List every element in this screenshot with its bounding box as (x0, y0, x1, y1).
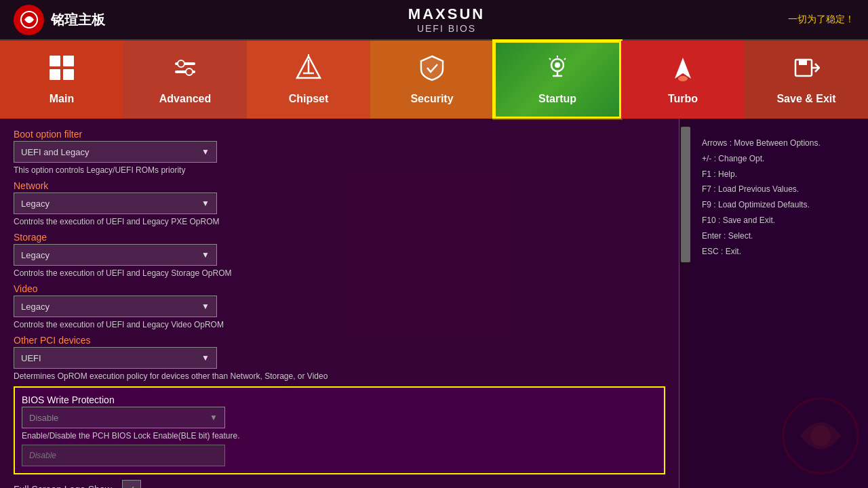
video-desc: Controls the execution of UEFI and Legac… (14, 320, 665, 329)
startup-icon (544, 54, 571, 87)
maxsun-label: MAXSUN (105, 5, 788, 23)
tab-main-label: Main (50, 93, 74, 105)
video-arrow: ▼ (201, 302, 210, 311)
svg-rect-23 (799, 60, 807, 65)
check-icon: ✓ (127, 483, 136, 489)
bios-write-text-field: Disable (22, 445, 225, 466)
network-arrow: ▼ (201, 199, 210, 208)
save-exit-icon (793, 54, 820, 87)
full-screen-row: Full Screen Logo Show ✓ (14, 480, 665, 488)
svg-rect-2 (63, 56, 74, 66)
setting-network: Network Legacy ▼ Controls the execution … (14, 180, 665, 226)
setting-storage: Storage Legacy ▼ Controls the execution … (14, 232, 665, 278)
nav-tabs: Main Advanced Chipset (0, 41, 868, 119)
other-pci-desc: Determines OpROM execution policy for de… (14, 371, 665, 381)
main-panel: Boot option filter UEFI and Legacy ▼ Thi… (0, 119, 679, 488)
tab-advanced-label: Advanced (159, 93, 211, 105)
svg-point-20 (678, 76, 688, 81)
tab-turbo[interactable]: Turbo (621, 41, 745, 119)
svg-rect-1 (50, 56, 60, 66)
video-value: Legacy (21, 302, 50, 312)
help-line-3: F7 : Load Previous Values. (702, 182, 858, 197)
help-line-5: F10 : Save and Exit. (702, 213, 858, 228)
boot-option-arrow: ▼ (201, 147, 210, 157)
slogan: 一切为了稳定！ (788, 14, 854, 26)
tab-startup[interactable]: Startup (494, 41, 621, 119)
setting-boot-option-filter: Boot option filter UEFI and Legacy ▼ Thi… (14, 129, 665, 175)
bios-write-dropdown[interactable]: Disable ▼ (22, 407, 225, 428)
tab-save-exit[interactable]: Save & Exit (745, 41, 868, 119)
brand-text: 铭瑄主板 (51, 11, 105, 29)
scroll-thumb (681, 127, 690, 262)
right-panel: Arrows : Move Between Options. +/- : Cha… (692, 119, 868, 488)
network-label: Network (14, 180, 665, 191)
svg-point-7 (178, 60, 184, 67)
svg-point-8 (186, 68, 193, 75)
help-content: Arrows : Move Between Options. +/- : Cha… (702, 136, 858, 259)
other-pci-label: Other PCI devices (14, 335, 665, 346)
tab-security[interactable]: Security (370, 41, 494, 119)
tab-chipset[interactable]: Chipset (247, 41, 370, 119)
bios-write-arrow: ▼ (210, 413, 218, 422)
network-dropdown[interactable]: Legacy ▼ (14, 192, 217, 214)
boot-option-desc: This option controls Legacy/UEFI ROMs pr… (14, 165, 665, 175)
bios-write-desc: Enable/Disable the PCH BIOS Lock Enable(… (22, 431, 657, 441)
scrollbar[interactable] (679, 119, 692, 488)
main-icon (48, 54, 75, 87)
boot-option-value: UEFI and Legacy (21, 147, 89, 157)
bios-write-protection-row: BIOS Write Protection Disable ▼ Enable/D… (14, 386, 665, 474)
header: 铭瑄主板 MAXSUN UEFI BIOS 一切为了稳定！ (0, 0, 868, 41)
bios-write-text-value: Disable (29, 451, 56, 460)
help-line-1: +/- : Change Opt. (702, 151, 858, 167)
turbo-icon (669, 54, 696, 87)
svg-point-14 (555, 62, 560, 68)
other-pci-value: UEFI (21, 353, 41, 363)
other-pci-dropdown[interactable]: UEFI ▼ (14, 347, 217, 369)
other-pci-arrow: ▼ (201, 353, 210, 363)
brand-logo (14, 5, 44, 35)
security-icon (418, 54, 446, 87)
chipset-icon (295, 54, 322, 87)
boot-option-label: Boot option filter (14, 129, 665, 140)
network-desc: Controls the execution of UEFI and Legac… (14, 217, 665, 226)
bios-write-value: Disable (29, 413, 58, 423)
tab-main[interactable]: Main (0, 41, 123, 119)
network-value: Legacy (21, 199, 50, 209)
full-screen-label: Full Screen Logo Show (14, 484, 112, 488)
storage-value: Legacy (21, 250, 50, 260)
tab-advanced[interactable]: Advanced (123, 41, 247, 119)
content-area: Boot option filter UEFI and Legacy ▼ Thi… (0, 119, 868, 488)
tab-startup-label: Startup (538, 93, 576, 105)
watermark (780, 395, 861, 481)
logo-area: 铭瑄主板 (14, 5, 105, 35)
svg-line-19 (549, 58, 551, 60)
svg-rect-4 (63, 69, 74, 80)
svg-rect-3 (50, 69, 60, 80)
advanced-icon (172, 54, 199, 87)
video-label: Video (14, 283, 665, 294)
setting-video: Video Legacy ▼ Controls the execution of… (14, 283, 665, 329)
svg-line-18 (564, 58, 566, 60)
help-line-2: F1 : Help. (702, 167, 858, 182)
video-dropdown[interactable]: Legacy ▼ (14, 296, 217, 317)
storage-dropdown[interactable]: Legacy ▼ (14, 244, 217, 266)
storage-label: Storage (14, 232, 665, 243)
help-line-6: Enter : Select. (702, 228, 858, 244)
storage-desc: Controls the execution of UEFI and Legac… (14, 268, 665, 278)
center-brand: MAXSUN UEFI BIOS (105, 5, 788, 34)
full-screen-checkbox[interactable]: ✓ (122, 480, 141, 488)
tab-save-exit-label: Save & Exit (776, 93, 835, 105)
help-line-4: F9 : Load Optimized Defaults. (702, 197, 858, 213)
svg-point-25 (810, 426, 831, 446)
bios-write-label: BIOS Write Protection (22, 394, 657, 405)
setting-other-pci: Other PCI devices UEFI ▼ Determines OpRO… (14, 335, 665, 381)
help-line-7: ESC : Exit. (702, 244, 858, 260)
uefi-label: UEFI BIOS (105, 23, 788, 34)
help-line-0: Arrows : Move Between Options. (702, 136, 858, 151)
tab-chipset-label: Chipset (289, 93, 329, 105)
boot-option-dropdown[interactable]: UEFI and Legacy ▼ (14, 141, 217, 163)
tab-turbo-label: Turbo (668, 93, 698, 105)
tab-security-label: Security (410, 93, 453, 105)
storage-arrow: ▼ (201, 250, 210, 260)
